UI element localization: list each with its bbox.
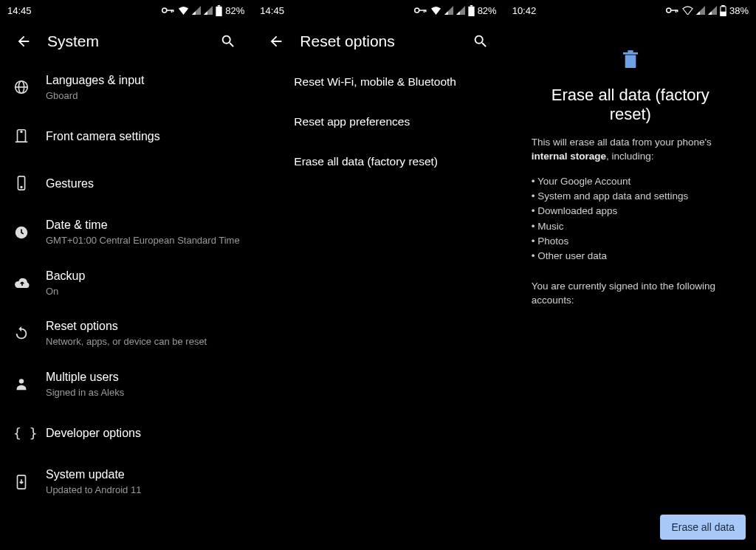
svg-point-13 (21, 187, 22, 188)
date-time-item[interactable]: Date & time GMT+01:00 Central European S… (0, 207, 252, 257)
reset-app-preferences-item[interactable]: Reset app preferences (252, 102, 504, 142)
arrow-back-icon (16, 33, 32, 49)
search-button[interactable] (213, 27, 243, 56)
page-title: System (47, 32, 213, 50)
signal-icon-1 (192, 6, 201, 15)
svg-rect-1 (166, 10, 173, 11)
signal-icon-2 (456, 6, 465, 15)
multiple-users-item[interactable]: Multiple users Signed in as Aleks (0, 359, 252, 409)
backup-item[interactable]: Backup On (0, 258, 252, 308)
gestures-item[interactable]: Gestures (0, 159, 252, 207)
back-button[interactable] (261, 27, 291, 56)
item-title: Front camera settings (46, 128, 240, 145)
search-button[interactable] (466, 27, 495, 56)
item-title: Languages & input (46, 72, 240, 89)
gestures-icon (13, 175, 30, 191)
svg-rect-2 (171, 10, 173, 13)
developer-options-item[interactable]: { } Developer options (0, 409, 252, 456)
signal-icon-2 (708, 6, 717, 15)
page-title: Reset options (300, 32, 465, 50)
cloud-upload-icon (13, 276, 31, 289)
status-bar: 14:45 82% (0, 0, 252, 21)
erase-title: Erase all data (factory reset) (532, 86, 729, 124)
bullet-item: System and app data and settings (532, 189, 729, 204)
bullet-item: Other user data (532, 249, 729, 264)
search-icon (220, 33, 236, 49)
vpn-key-icon (162, 7, 175, 14)
bullet-item: Music (532, 219, 729, 234)
svg-rect-31 (623, 52, 638, 55)
status-bar: 10:42 38% (505, 0, 756, 21)
svg-rect-25 (676, 10, 677, 13)
status-icons: 38% (666, 5, 749, 16)
wifi-icon (682, 6, 693, 15)
braces-icon: { } (13, 425, 38, 441)
svg-rect-19 (423, 10, 425, 13)
front-camera-item[interactable]: Front camera settings (0, 112, 252, 159)
item-subtitle: On (46, 286, 240, 298)
signal-icon-1 (444, 6, 453, 15)
svg-rect-30 (625, 55, 636, 68)
vpn-key-icon (414, 7, 427, 14)
vpn-key-icon (666, 7, 679, 14)
erase-content: Erase all data (factory reset) This will… (505, 21, 756, 550)
erase-bullets: Your Google Account System and app data … (532, 174, 729, 264)
erase-all-data-button[interactable]: Erase all data (660, 515, 746, 540)
battery-icon (216, 5, 222, 16)
trash-icon (532, 50, 729, 72)
globe-icon (13, 79, 30, 95)
svg-rect-5 (216, 6, 222, 16)
svg-rect-21 (470, 5, 472, 7)
item-subtitle: Signed in as Aleks (46, 387, 240, 399)
svg-point-23 (667, 8, 671, 13)
erase-description: This will erase all data from your phone… (532, 136, 729, 164)
item-title: Reset options (46, 318, 240, 334)
battery-icon (720, 5, 726, 16)
reset-options-screen: 14:45 82% Reset options Reset Wi-Fi, mob… (252, 0, 504, 550)
erase-all-data-item[interactable]: Erase all data (factory reset) (252, 142, 504, 182)
svg-rect-20 (425, 10, 427, 12)
item-subtitle: Updated to Android 11 (46, 484, 240, 497)
reset-wifi-mobile-bluetooth-item[interactable]: Reset Wi-Fi, mobile & Bluetooth (252, 62, 504, 102)
item-title: Developer options (46, 425, 240, 441)
item-title: Date & time (46, 217, 240, 233)
status-time: 14:45 (260, 5, 284, 16)
battery-percent: 38% (729, 5, 749, 16)
svg-point-10 (21, 131, 22, 133)
signal-icon-1 (696, 6, 705, 15)
status-bar: 14:45 82% (252, 0, 504, 21)
user-icon (13, 376, 30, 392)
wifi-icon (430, 6, 441, 15)
battery-percent: 82% (478, 5, 497, 16)
svg-rect-26 (677, 10, 678, 12)
item-subtitle: Gboard (46, 90, 240, 103)
app-bar: Reset options (252, 21, 504, 62)
status-icons: 82% (414, 5, 497, 16)
item-title: System update (46, 467, 240, 483)
system-update-item[interactable]: System update Updated to Android 11 (0, 456, 252, 506)
clock-icon (13, 224, 30, 241)
item-title: Multiple users (46, 369, 240, 385)
svg-rect-22 (468, 6, 474, 16)
item-subtitle: GMT+01:00 Central European Standard Time (46, 235, 240, 247)
front-camera-icon (13, 128, 30, 144)
languages-input-item[interactable]: Languages & input Gboard (0, 62, 252, 112)
item-title: Backup (46, 268, 240, 284)
reset-options-item[interactable]: Reset options Network, apps, or device c… (0, 308, 252, 358)
svg-rect-4 (218, 5, 220, 7)
svg-point-0 (162, 8, 167, 13)
svg-point-17 (414, 8, 419, 13)
signal-icon-2 (204, 6, 213, 15)
system-settings-screen: 14:45 82% System Languages & input Gboar… (0, 0, 252, 550)
settings-list: Languages & input Gboard Front camera se… (0, 62, 252, 550)
bullet-item: Your Google Account (532, 174, 729, 189)
status-time: 14:45 (7, 5, 32, 16)
svg-rect-32 (628, 50, 633, 52)
back-button[interactable] (9, 27, 38, 56)
reset-options-list: Reset Wi-Fi, mobile & Bluetooth Reset ap… (252, 62, 504, 550)
app-bar: System (0, 21, 252, 62)
status-icons: 82% (162, 5, 244, 16)
search-icon (472, 33, 489, 49)
battery-percent: 82% (225, 5, 244, 16)
item-title: Gestures (46, 176, 240, 192)
